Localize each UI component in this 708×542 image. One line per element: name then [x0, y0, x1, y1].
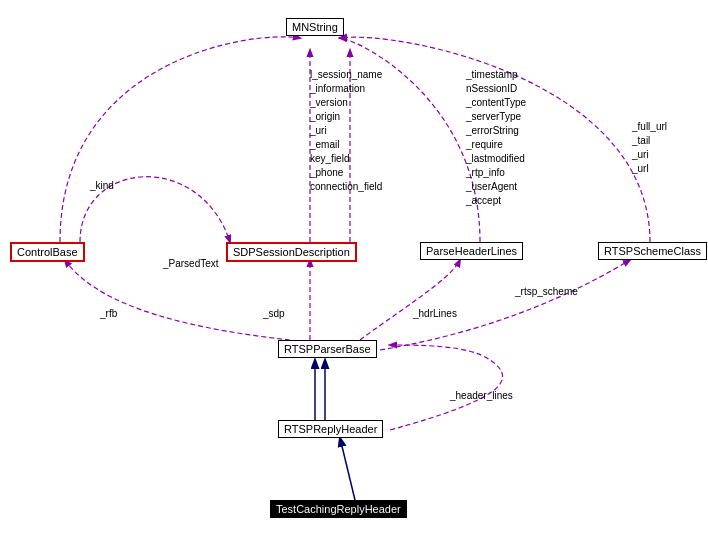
sdpsession-node: SDPSessionDescription: [226, 242, 357, 262]
sdp-label: _sdp: [263, 308, 285, 319]
header-lines-label: _header_lines: [450, 390, 513, 401]
rtsp-scheme-label: _rtsp_scheme: [515, 286, 578, 297]
rfb-label: _rfb: [100, 308, 117, 319]
kind-label: _kind: [90, 180, 114, 191]
mnstring-node: MNString: [286, 18, 344, 36]
svg-line-2: [340, 438, 355, 500]
rtspschemeclass-node: RTSPSchemeClass: [598, 242, 707, 260]
diagram-container: MNString ControlBase SDPSessionDescripti…: [0, 0, 708, 542]
field-label-timestamp-group: _timestamp nSessionID _contentType _serv…: [466, 68, 526, 208]
testcachingreplyheader-node: TestCachingReplyHeader: [270, 500, 407, 518]
hdrlines-label: _hdrLines: [413, 308, 457, 319]
rtspreplyheader-node: RTSPReplyHeader: [278, 420, 383, 438]
parseheaderlines-node: ParseHeaderLines: [420, 242, 523, 260]
field-label-session-group: l_session_name _information _version _or…: [310, 68, 382, 194]
rtspparserbase-node: RTSPParserBase: [278, 340, 377, 358]
field-label-rtspscheme-group: _full_url _tail _uri _url: [632, 120, 667, 176]
parsedtext-label: _ParsedText: [163, 258, 219, 269]
controlbase-node: ControlBase: [10, 242, 85, 262]
